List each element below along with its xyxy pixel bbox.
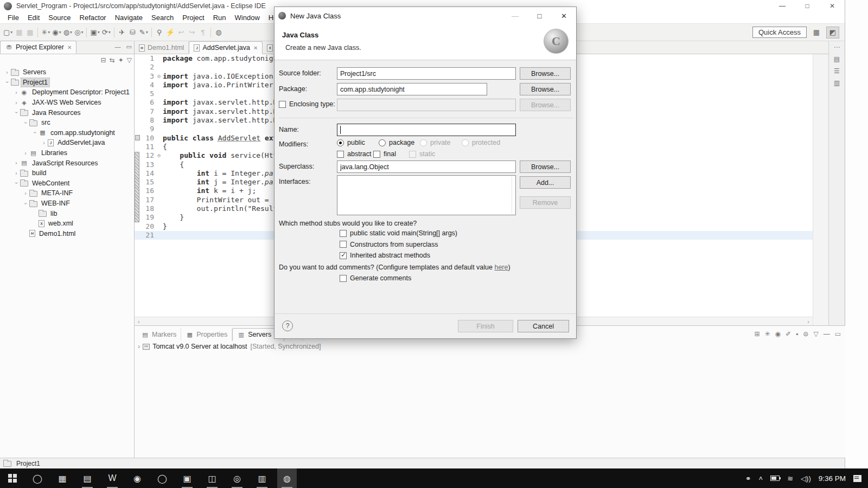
dropdown-caret-icon[interactable]: ▽ [127, 56, 132, 64]
checkbox-constructors-from-superclass[interactable]: Constructors from superclass [340, 241, 438, 248]
media-app-icon[interactable]: ◫ [206, 472, 219, 485]
people-icon[interactable]: ⚭ [745, 474, 751, 483]
publish-server-icon[interactable]: ⊜ [803, 330, 808, 338]
mail-app-icon[interactable]: ▥ [256, 472, 269, 485]
stop-server-icon[interactable]: ▪ [796, 330, 798, 338]
tree-item-deployment-descriptor-project1[interactable]: ›◉Deployment Descriptor: Project1 [0, 87, 134, 98]
java-ee-icon[interactable]: ✈ [117, 27, 127, 38]
checkbox-final[interactable]: final [373, 150, 396, 158]
tree-expand-icon[interactable]: › [23, 119, 29, 126]
source-folder-input[interactable]: Project1/src [337, 67, 516, 80]
annotate-icon[interactable]: ✎▾ [138, 27, 149, 38]
scroll-right-icon[interactable]: › [807, 318, 809, 325]
superclass-browse-button[interactable]: Browse... [520, 160, 571, 173]
battery-icon[interactable] [770, 476, 780, 481]
new-servlet-icon[interactable]: ▣▾ [89, 27, 100, 38]
eclipse-icon[interactable]: ◍ [280, 472, 293, 485]
tree-expand-icon[interactable]: › [4, 79, 10, 86]
window-minimize-button[interactable]: — [770, 0, 795, 12]
start-button[interactable] [6, 472, 19, 485]
task-view-icon[interactable]: ▦ [56, 472, 69, 485]
new-wizard-icon[interactable]: ▢▾ [2, 27, 14, 38]
javaee-perspective-icon[interactable]: ◩ [826, 27, 839, 38]
dropdown-caret-icon[interactable]: ▾ [108, 30, 111, 35]
tree-expand-icon[interactable]: › [12, 160, 20, 166]
maximize-panel-icon[interactable]: ▭ [835, 330, 841, 338]
resource-perspective-icon[interactable]: ▦ [810, 27, 823, 38]
outline-icon[interactable]: ☰ [834, 67, 840, 75]
tree-item-build[interactable]: ›build [0, 168, 134, 178]
menu-window[interactable]: Window [231, 12, 264, 23]
dropdown-caret-icon[interactable]: ▾ [146, 30, 148, 35]
opera-icon[interactable]: ◯ [156, 472, 169, 485]
menu-file[interactable]: File [3, 12, 23, 23]
checkbox-inherited-abstract-methods[interactable]: Inherited abstract methods [340, 252, 430, 259]
restore-outline-icon[interactable]: ⋯ [834, 43, 840, 51]
open-wizard-icon[interactable]: ⛁ [127, 27, 138, 38]
dropdown-caret-icon[interactable]: ▾ [98, 30, 100, 35]
tree-expand-icon[interactable]: › [12, 170, 20, 176]
menu-run[interactable]: Run [209, 12, 231, 23]
debug-server-icon[interactable]: ✳ [764, 330, 770, 338]
tab-markers[interactable]: ▤Markers [137, 328, 181, 341]
snippets-icon[interactable]: ▥ [834, 79, 840, 87]
checkbox-icon[interactable] [337, 151, 344, 158]
app-circle-icon[interactable]: ◉ [131, 472, 144, 485]
search-icon[interactable]: ⚲ [154, 27, 165, 38]
tab-close-icon[interactable]: ✕ [253, 45, 258, 51]
tree-item-javascript-resources[interactable]: ›▤JavaScript Resources [0, 158, 134, 168]
tree-item-servers[interactable]: ›Servers [0, 67, 134, 78]
view-menu-caret-icon[interactable]: ▽ [813, 330, 818, 338]
tree-item-web-inf[interactable]: ›WEB-INF [0, 198, 134, 209]
tree-item-java-resources[interactable]: ›Java Resources [0, 107, 134, 118]
tab-project-explorer[interactable]: ⛃ Project Explorer ✕ [0, 41, 76, 54]
dropdown-caret-icon[interactable]: ▾ [48, 30, 50, 35]
tab-properties[interactable]: ▦Properties [181, 328, 232, 341]
search-icon[interactable]: ◯ [31, 472, 44, 485]
dialog-titlebar[interactable]: New Java Class — □ ✕ [275, 7, 576, 24]
tree-item-web-xml[interactable]: Xweb.xml [0, 219, 134, 229]
source-folder-browse-button[interactable]: Browse... [520, 67, 571, 80]
volume-icon[interactable]: ◁)) [801, 474, 811, 483]
menu-edit[interactable]: Edit [23, 12, 44, 23]
clock[interactable]: 9:36 PM [819, 474, 846, 483]
tree-expand-icon[interactable]: › [22, 150, 29, 156]
checkbox-icon[interactable] [279, 101, 286, 108]
dropdown-caret-icon[interactable]: ▾ [81, 30, 83, 35]
expand-arrow-icon[interactable]: › [138, 343, 140, 350]
fold-marker-icon[interactable]: ⊖ [155, 151, 163, 160]
browser-icon[interactable]: ◍ [213, 27, 224, 38]
tree-item-jax-ws-web-services[interactable]: ›◈JAX-WS Web Services [0, 98, 134, 108]
checkbox-icon[interactable] [340, 241, 347, 248]
menu-refactor[interactable]: Refactor [75, 12, 111, 23]
tree-expand-icon[interactable]: › [12, 100, 20, 106]
overview-ruler[interactable] [813, 54, 829, 325]
panel-minimize-icon[interactable]: — [115, 43, 121, 50]
interfaces-listbox[interactable] [337, 175, 516, 215]
radio-icon[interactable] [337, 139, 344, 146]
tree-item-src[interactable]: ›src [0, 118, 134, 128]
checkbox-public-static-void-main-string-args[interactable]: public static void main(String[] args) [340, 229, 457, 237]
minimize-panel-icon[interactable]: — [824, 330, 830, 338]
checkbox-icon[interactable] [340, 275, 347, 282]
link-editor-icon[interactable]: ⇆ [110, 56, 115, 64]
tree-expand-icon[interactable]: › [14, 179, 20, 187]
tree-expand-icon[interactable]: › [32, 129, 38, 137]
dropdown-caret-icon[interactable]: ▾ [70, 30, 72, 35]
tree-item-addservlet-java[interactable]: ›JAddServlet.java [0, 138, 134, 148]
interfaces-add-button[interactable]: Add... [520, 176, 571, 189]
tab-addservlet-java[interactable]: JAddServlet.java✕ [189, 41, 263, 54]
tree-item-meta-inf[interactable]: ›META-INF [0, 188, 134, 198]
scroll-left-icon[interactable]: ‹ [138, 318, 140, 325]
tree-item-webcontent[interactable]: ›WebContent [0, 178, 134, 189]
chrome-icon[interactable]: ◎ [231, 472, 244, 485]
web-service-icon[interactable]: ⟳▾ [101, 27, 112, 38]
dropdown-caret-icon[interactable]: ▾ [10, 30, 12, 35]
configure-templates-link[interactable]: here [494, 264, 508, 271]
package-input[interactable]: com.app.studytonight [337, 83, 487, 95]
tree-expand-icon[interactable]: › [22, 190, 29, 196]
external-tools-icon[interactable]: ◎▾ [73, 27, 84, 38]
task-list-icon[interactable]: ▤ [834, 55, 840, 63]
package-browse-button[interactable]: Browse... [520, 83, 571, 95]
radio-public[interactable]: public [337, 139, 365, 146]
